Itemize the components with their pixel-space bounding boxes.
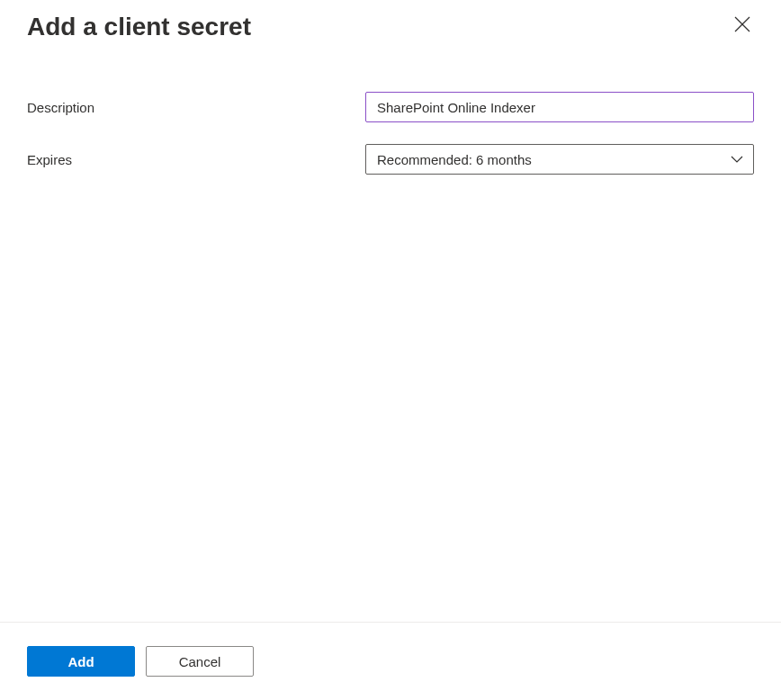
expires-selected-value: Recommended: 6 months: [377, 152, 532, 167]
add-button[interactable]: Add: [27, 646, 135, 677]
add-client-secret-panel: Add a client secret Description Expires …: [0, 0, 781, 700]
expires-select[interactable]: Recommended: 6 months: [365, 144, 754, 175]
panel-header: Add a client secret: [0, 0, 781, 41]
expires-row: Expires Recommended: 6 months: [27, 144, 754, 175]
expires-select-wrap: Recommended: 6 months: [365, 144, 754, 175]
close-icon: [734, 16, 750, 32]
description-field-wrap: [365, 92, 754, 122]
panel-title: Add a client secret: [27, 13, 251, 41]
expires-label: Expires: [27, 152, 365, 167]
expires-field-wrap: Recommended: 6 months: [365, 144, 754, 175]
description-input[interactable]: [365, 92, 754, 122]
description-row: Description: [27, 92, 754, 122]
panel-content: Description Expires Recommended: 6 month…: [0, 41, 781, 622]
cancel-button[interactable]: Cancel: [146, 646, 254, 677]
close-button[interactable]: [731, 13, 754, 36]
description-label: Description: [27, 100, 365, 115]
panel-footer: Add Cancel: [0, 622, 781, 700]
